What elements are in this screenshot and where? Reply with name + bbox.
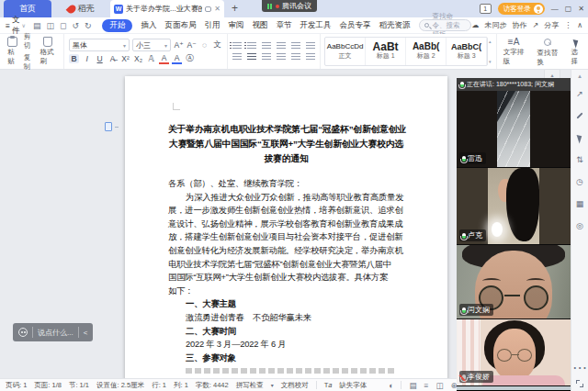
spell-check-button[interactable]: 拼写检查 xyxy=(236,381,264,390)
participant-video[interactable]: 卢克 xyxy=(457,168,571,245)
ribbon-tab-home[interactable]: 开始 xyxy=(102,19,132,32)
style-normal[interactable]: AaBbCcDd 正文 xyxy=(325,38,366,65)
font-name-select[interactable]: 黑体 ▾ xyxy=(69,39,130,51)
collapse-pill-icon[interactable]: < xyxy=(84,329,88,337)
align-center-icon[interactable] xyxy=(247,53,256,61)
tab-document[interactable]: W 关于举办学院...业大赛的通知 ✕ xyxy=(110,0,224,17)
char-border-button[interactable]: Ⓐ xyxy=(185,53,195,64)
cut-button[interactable]: 剪切 xyxy=(24,32,35,50)
image-tool-icon[interactable]: ▦ xyxy=(576,193,584,215)
eye-protect-icon[interactable]: ◐ xyxy=(389,381,393,390)
indent-icon[interactable] xyxy=(277,42,286,50)
bold-button[interactable]: B xyxy=(69,54,79,63)
ribbon-tab-view[interactable]: 视图 xyxy=(252,20,267,31)
ribbon-tab-member[interactable]: 会员专享 xyxy=(339,20,370,31)
margin-doc-icon[interactable] xyxy=(105,122,112,131)
close-button[interactable]: ✕ xyxy=(578,5,584,13)
format-painter-button[interactable]: 格式刷 xyxy=(38,37,60,66)
clear-format-button[interactable]: ◌ xyxy=(199,40,209,50)
select-button[interactable]: 选择 xyxy=(569,37,584,66)
sort-icon[interactable] xyxy=(306,42,315,50)
style-heading2[interactable]: AaBb( 标题 2 xyxy=(406,38,447,65)
strip-scroll-up-icon[interactable]: ▴ xyxy=(578,70,582,83)
style-heading3[interactable]: AaBbC( 标题 3 xyxy=(447,38,487,65)
file-menu[interactable]: ≡ 文件 ∨ xyxy=(6,15,26,37)
guest-login-button[interactable]: 访客登录 xyxy=(498,3,545,15)
chat-placeholder[interactable]: 说点什么... xyxy=(38,328,74,338)
styles-scroll-up-icon[interactable]: ▴ xyxy=(489,39,492,44)
pin-tool-icon[interactable]: ◎ xyxy=(576,215,583,237)
meeting-title-overlay[interactable]: 腾讯会议 xyxy=(262,0,317,12)
status-word-count[interactable]: 字数: 4442 xyxy=(196,381,229,390)
sync-status[interactable]: 未同步 xyxy=(484,20,506,30)
clock-tool-icon[interactable]: ◷ xyxy=(576,171,583,193)
collaborate-button[interactable]: 协作 xyxy=(512,20,526,30)
participant-video[interactable]: 雷迅 xyxy=(457,91,571,168)
align-right-icon[interactable] xyxy=(262,53,271,61)
copy-button[interactable]: 复制 xyxy=(24,53,35,72)
superscript-button[interactable]: X² xyxy=(120,54,130,63)
grow-font-button[interactable]: A⁺ xyxy=(174,40,184,50)
more-tools-icon[interactable]: ⋯ xyxy=(572,359,587,376)
proofread-button[interactable]: 文档校对 xyxy=(281,381,309,390)
ribbon-tab-layout[interactable]: 页面布局 xyxy=(164,20,196,31)
highlight-color-button[interactable]: A xyxy=(159,53,169,64)
minimize-button[interactable]: — xyxy=(551,5,559,13)
undo-icon[interactable]: ↺ xyxy=(72,21,79,30)
comment-bubble-icon[interactable] xyxy=(205,6,211,12)
more-menu-icon[interactable]: ⋮ xyxy=(564,21,571,29)
styles-scroll-down-icon[interactable]: ▾ xyxy=(489,59,492,64)
participant-video[interactable]: 闫文娴 xyxy=(457,245,571,319)
print-preview-icon[interactable]: ◻ xyxy=(60,21,66,30)
share-button[interactable]: 分享 xyxy=(544,20,559,30)
read-mode-icon[interactable]: ◫ xyxy=(435,381,443,390)
restore-button[interactable]: ▢ xyxy=(565,5,572,13)
cursor-tool-icon[interactable] xyxy=(578,127,582,149)
align-left-icon[interactable] xyxy=(232,53,242,61)
tune-tool-icon[interactable]: ⇅ xyxy=(576,149,583,171)
line-spacing-icon[interactable] xyxy=(306,53,315,61)
justify-icon[interactable] xyxy=(277,53,286,61)
paragraph-mark-icon[interactable] xyxy=(291,42,300,50)
outdent-icon[interactable] xyxy=(262,42,271,50)
text-layout-button[interactable]: ≡A 文字排版 xyxy=(501,37,527,66)
pen-tool-icon[interactable] xyxy=(576,105,583,127)
participant-video[interactable]: 李俊娇 xyxy=(457,319,571,386)
ribbon-tab-insert[interactable]: 插入 xyxy=(141,20,156,31)
italic-button[interactable]: I xyxy=(82,54,92,63)
font-color-button[interactable]: A xyxy=(172,53,182,64)
document-page[interactable]: 关于举办南京机电职业技术学院第七届“冠盛杯”创新创意创业 大赛暨第八届中国国际“… xyxy=(125,76,447,378)
window-switch-button[interactable]: 1 xyxy=(480,4,492,14)
search-input[interactable]: 查找命令、搜索模板 xyxy=(419,19,471,31)
shrink-font-button[interactable]: A⁻ xyxy=(187,40,197,50)
tab-close-icon[interactable]: ✕ xyxy=(214,5,220,13)
print-icon[interactable]: ◫ xyxy=(46,21,54,30)
find-replace-button[interactable]: 查找替换 xyxy=(535,37,561,66)
bullets-icon[interactable] xyxy=(232,42,242,50)
ribbon-tab-references[interactable]: 引用 xyxy=(204,20,220,31)
numbering-icon[interactable] xyxy=(247,42,256,50)
participant-video-sliver[interactable] xyxy=(457,386,571,390)
page-view-icon[interactable]: ▤ xyxy=(409,381,416,390)
ribbon-tab-review[interactable]: 审阅 xyxy=(228,20,243,31)
missing-font-label[interactable]: 缺失字体 xyxy=(339,381,367,390)
share-tool-icon[interactable]: ↗ xyxy=(576,83,583,105)
meeting-chat-pill[interactable]: 说点什么... < xyxy=(13,323,93,341)
paste-button[interactable]: 粘贴 xyxy=(5,37,21,66)
phonetic-guide-button[interactable]: 文 xyxy=(212,39,222,50)
font-size-select[interactable]: 小三 ▾ xyxy=(132,39,171,51)
style-heading1[interactable]: AaBt 标题 1 xyxy=(366,38,406,65)
redo-icon[interactable]: ↻ xyxy=(85,21,92,30)
distribute-icon[interactable] xyxy=(291,53,300,61)
text-effects-button[interactable]: 𝔸 xyxy=(146,54,156,63)
collapse-ribbon-icon[interactable]: ∧ xyxy=(577,21,582,29)
expand-icon[interactable] xyxy=(576,380,583,387)
subscript-button[interactable]: X₂ xyxy=(133,54,143,63)
tab-docer[interactable]: 稻壳 xyxy=(51,0,110,17)
ribbon-tab-developer[interactable]: 开发工具 xyxy=(300,20,331,31)
ribbon-tab-section[interactable]: 章节 xyxy=(276,20,291,31)
save-icon[interactable]: ▤ xyxy=(33,21,41,30)
ribbon-tab-docer[interactable]: 稻壳资源 xyxy=(379,20,410,31)
underline-button[interactable]: U xyxy=(95,54,105,63)
new-tab-button[interactable]: + xyxy=(232,0,238,17)
